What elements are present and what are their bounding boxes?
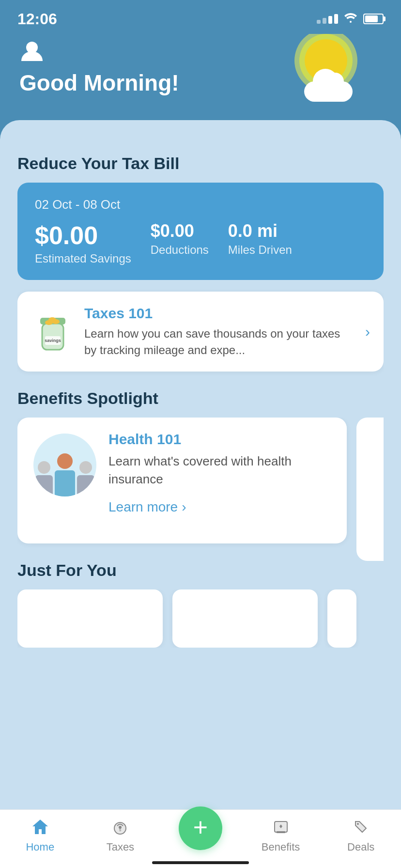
status-time: 12:06 (17, 10, 57, 28)
main-content: Reduce Your Tax Bill 02 Oct - 08 Oct $0.… (0, 149, 401, 725)
benefits-scroll: Health 101 Learn what's covered with hea… (17, 418, 384, 561)
svg-point-13 (357, 823, 359, 825)
estimated-savings-metric: $0.00 Estimated Savings (35, 221, 131, 265)
battery-icon (363, 14, 384, 24)
jfy-card-1[interactable] (17, 589, 163, 648)
savings-jar-icon: savings (31, 310, 75, 354)
tax-metrics: $0.00 Estimated Savings $0.00 Deductions… (35, 221, 366, 265)
benefits-section: Benefits Spotlight (17, 389, 384, 561)
benefits-label: Benefits (262, 841, 300, 853)
health-101-desc: Learn what's covered with health insuran… (108, 452, 333, 488)
miles-driven-metric: 0.0 mi Miles Driven (228, 221, 292, 257)
signal-icon (317, 14, 338, 24)
tax-date-range: 02 Oct - 08 Oct (35, 197, 366, 212)
tax-section-title: Reduce Your Tax Bill (17, 154, 384, 173)
curved-transition (0, 125, 401, 149)
nav-deals[interactable]: Deals (329, 818, 392, 853)
taxes-101-title: Taxes 101 (84, 305, 355, 322)
estimated-savings-value: $0.00 (35, 221, 131, 250)
jfy-card-3[interactable] (327, 589, 356, 648)
nav-benefits[interactable]: Benefits (249, 818, 312, 853)
jfy-card-2[interactable] (172, 589, 318, 648)
svg-text:$: $ (119, 828, 122, 832)
status-icons (317, 12, 384, 26)
person-right (77, 461, 94, 496)
wifi-icon (344, 12, 357, 26)
miles-driven-value: 0.0 mi (228, 221, 292, 241)
taxes-101-card[interactable]: savings Taxes 101 Learn how you can save… (17, 292, 384, 372)
benefits-section-title: Benefits Spotlight (17, 389, 384, 408)
taxes-101-text: Taxes 101 Learn how you can save thousan… (84, 305, 355, 358)
taxes-101-desc: Learn how you can save thousands on your… (84, 326, 355, 358)
nav-taxes[interactable]: $ Taxes (89, 818, 152, 853)
health-101-card[interactable]: Health 101 Learn what's covered with hea… (17, 418, 347, 543)
tax-section: Reduce Your Tax Bill 02 Oct - 08 Oct $0.… (17, 154, 384, 389)
home-indicator (152, 861, 249, 864)
estimated-savings-label: Estimated Savings (35, 252, 131, 265)
nav-home[interactable]: Home (9, 818, 72, 853)
benefits-card-partial (356, 418, 384, 561)
tax-card[interactable]: 02 Oct - 08 Oct $0.00 Estimated Savings … (17, 183, 384, 280)
header: Good Morning! (0, 34, 401, 125)
miles-driven-label: Miles Driven (228, 243, 292, 257)
taxes-101-arrow: › (365, 324, 370, 340)
just-for-you-section: Just For You (17, 561, 384, 725)
learn-more-arrow: › (182, 499, 186, 515)
add-icon: + (193, 815, 208, 840)
taxes-icon: $ (111, 818, 129, 838)
taxes-label: Taxes (107, 841, 134, 853)
just-for-you-title: Just For You (17, 561, 384, 580)
deals-icon (352, 818, 370, 838)
person-center (55, 453, 75, 496)
bottom-nav: Home $ Taxes + Benefits (0, 809, 401, 868)
deals-label: Deals (347, 841, 374, 853)
svg-text:savings: savings (45, 338, 61, 343)
health-illustration (31, 431, 99, 499)
person-left (35, 461, 53, 496)
benefits-icon (272, 818, 290, 838)
svg-point-5 (48, 317, 56, 322)
svg-rect-12 (277, 831, 285, 833)
cloud-icon (304, 81, 353, 102)
health-101-text: Health 101 Learn what's covered with hea… (108, 431, 333, 515)
status-bar: 12:06 (0, 0, 401, 34)
benefits-card-wrapper: Health 101 Learn what's covered with hea… (17, 418, 347, 561)
home-label: Home (26, 841, 54, 853)
deductions-value: $0.00 (151, 221, 209, 241)
just-for-you-scroll (17, 589, 384, 648)
learn-more-button[interactable]: Learn more › (108, 499, 333, 515)
deductions-metric: $0.00 Deductions (151, 221, 209, 257)
learn-more-text: Learn more (108, 499, 178, 515)
weather-decoration (294, 34, 382, 116)
add-button[interactable]: + (179, 806, 222, 850)
home-icon (31, 818, 49, 838)
deductions-label: Deductions (151, 243, 209, 257)
health-101-title: Health 101 (108, 431, 333, 448)
nav-add[interactable]: + (169, 821, 232, 850)
